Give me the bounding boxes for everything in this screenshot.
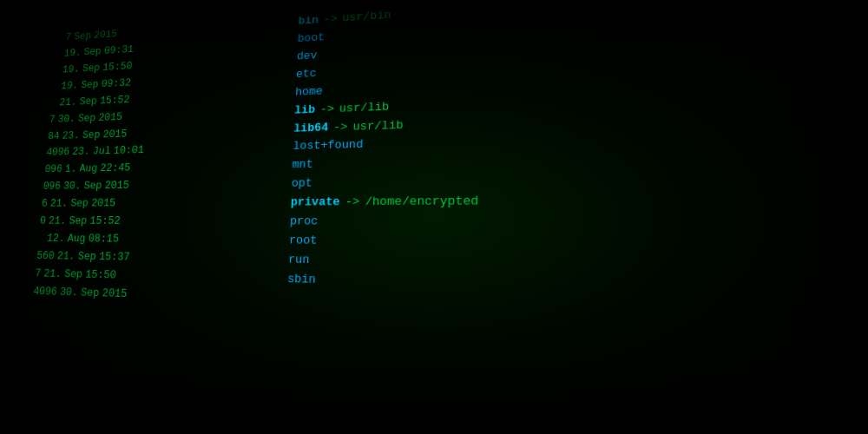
terminal-content: 7Sep2015 19.Sep09:31 19.Sep15:50 19.Sep0… <box>5 0 868 434</box>
left-column: 7Sep2015 19.Sep09:31 19.Sep15:50 19.Sep0… <box>21 11 274 434</box>
list-item: 09630.Sep2015 <box>43 175 266 195</box>
right-column: bin -> usr/bin boot dev etc home lib <box>254 0 480 434</box>
list-item: sbin <box>287 270 479 294</box>
list-item: 021.Sep15:52 <box>39 213 265 232</box>
terminal-screen: 7Sep2015 19.Sep09:31 19.Sep15:50 19.Sep0… <box>0 0 868 434</box>
content-wrapper: 7Sep2015 19.Sep09:31 19.Sep15:50 19.Sep0… <box>5 0 868 434</box>
list-item: proc <box>289 213 478 233</box>
list-item: opt <box>291 173 478 194</box>
list-item: root <box>289 232 479 253</box>
list-item: 621.Sep2015 <box>41 194 266 213</box>
list-item: private -> /home/encrypted <box>290 192 478 212</box>
